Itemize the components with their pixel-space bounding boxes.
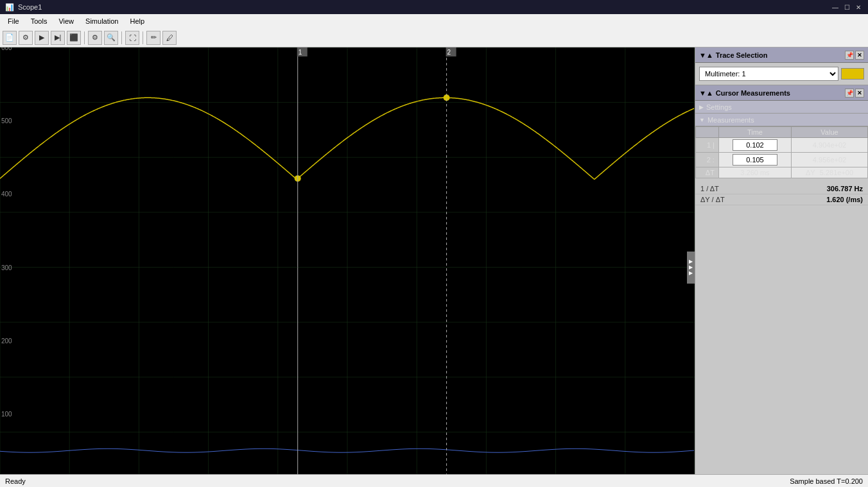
trace-color-swatch	[841, 68, 864, 80]
dy-dt-value: 1.620 (/ms)	[826, 196, 863, 203]
measurements-table: Time Value 1 | 4.904e+02 2 :	[695, 126, 868, 178]
trace-selection-section: ▼▲ Trace Selection 📌 ✕ Multimeter: 1	[695, 47, 868, 85]
menu-help[interactable]: Help	[125, 16, 150, 26]
main-area: 1 2 ▼▲ Trace Selection 📌 ✕	[0, 47, 868, 487]
col-value-header: Value	[792, 127, 868, 138]
toolbar-config-btn[interactable]: ⚙	[88, 31, 102, 45]
trace-dropdown-row: Multimeter: 1	[699, 67, 864, 81]
trace-dropdown[interactable]: Multimeter: 1	[699, 67, 838, 81]
inv-dt-label: 1 / ΔT	[700, 185, 719, 192]
cursor-1-label-cell: 1 |	[696, 138, 719, 153]
menu-simulation[interactable]: Simulation	[80, 16, 123, 26]
cursor-1-time-cell[interactable]	[718, 138, 791, 153]
cursor-measurements-title: Cursor Measurements	[716, 89, 790, 97]
titlebar: 📊 Scope1 — ☐ ✕	[0, 0, 868, 14]
trace-close-button[interactable]: ✕	[855, 51, 864, 60]
trace-selection-title: Trace Selection	[716, 51, 768, 59]
trace-selection-header-left: ▼▲ Trace Selection	[699, 51, 768, 59]
inv-dt-value: 306.787 Hz	[827, 185, 863, 192]
delta-t-label: ΔT	[696, 167, 719, 178]
maximize-button[interactable]: ☐	[842, 3, 851, 12]
menu-view[interactable]: View	[53, 16, 79, 26]
toolbar-pen-btn[interactable]: 🖊	[162, 31, 177, 45]
trace-selection-body: Multimeter: 1	[695, 63, 868, 85]
cursor-2-label-cell: 2 :	[696, 153, 719, 167]
statusbar: Ready Sample based T=0.200	[0, 474, 868, 487]
cursor-2-time-cell[interactable]	[718, 153, 791, 167]
col-time-header: Time	[718, 127, 791, 138]
delta-y-value: 5.281e+00	[820, 169, 853, 176]
delta-y-cell: ΔY 5.281e+00	[792, 167, 868, 178]
toolbar-zoom-btn[interactable]: 🔍	[104, 31, 118, 45]
collapse-arrow-up: ▶	[689, 259, 693, 264]
measurements-label: Measurements	[707, 116, 754, 124]
collapse-arrow-down2: ▶	[689, 271, 693, 276]
trace-selection-header: ▼▲ Trace Selection 📌 ✕	[695, 47, 868, 63]
spacer	[695, 178, 868, 184]
delta-y-label: ΔY	[806, 169, 815, 176]
cursor-header-buttons: 📌 ✕	[845, 89, 864, 98]
dy-dt-label: ΔY / ΔT	[700, 196, 725, 203]
toolbar-separator-2	[121, 31, 122, 44]
right-panel: ▼▲ Trace Selection 📌 ✕ Multimeter: 1	[695, 47, 868, 487]
cursor-2-time-input[interactable]	[733, 154, 777, 166]
toolbar-run-btn[interactable]: ⚙	[19, 31, 33, 45]
status-right: Sample based T=0.200	[790, 477, 863, 485]
cursor-1-value-cell: 4.904e+02	[792, 138, 868, 153]
toolbar-stop-btn[interactable]: ⬛	[67, 31, 81, 45]
delta-row: ΔT 3.260 ms ΔY 5.281e+00	[696, 167, 868, 178]
cursor-row-2: 2 : 4.956e+02	[696, 153, 868, 167]
titlebar-left: 📊 Scope1	[5, 3, 42, 12]
col-empty	[696, 127, 719, 138]
inv-dt-row: 1 / ΔT 306.787 Hz	[695, 184, 868, 194]
toolbar-separator-1	[84, 31, 85, 44]
trace-header-buttons: 📌 ✕	[845, 51, 864, 60]
toolbar-cursor-btn[interactable]: ✏	[146, 31, 161, 45]
scope-area[interactable]: 1 2	[0, 47, 695, 487]
settings-arrow-icon: ▶	[699, 104, 704, 110]
menubar: File Tools View Simulation Help	[0, 14, 868, 28]
settings-label: Settings	[706, 103, 732, 111]
toolbar-step-btn[interactable]: ▶|	[51, 31, 65, 45]
collapse-handle[interactable]: ▶ ▶ ▶	[687, 252, 695, 284]
cursor-1-time-input[interactable]	[733, 139, 777, 151]
toolbar-fit-btn[interactable]: ⛶	[125, 31, 139, 45]
cursor-close-button[interactable]: ✕	[855, 89, 864, 98]
toolbar-new-btn[interactable]: 📄	[3, 31, 17, 45]
cursor-2-value-cell: 4.956e+02	[792, 153, 868, 167]
delta-t-value: 3.260 ms	[718, 167, 791, 178]
cursor-measurements-header-left: ▼▲ Cursor Measurements	[699, 89, 790, 97]
cursor-measurements-header: ▼▲ Cursor Measurements 📌 ✕	[695, 85, 868, 101]
toolbar: 📄 ⚙ ▶ ▶| ⬛ ⚙ 🔍 ⛶ ✏ 🖊	[0, 28, 868, 47]
menu-file[interactable]: File	[3, 16, 24, 26]
scope-canvas	[0, 47, 695, 487]
minimize-button[interactable]: —	[831, 3, 840, 12]
cursor-row-1: 1 | 4.904e+02	[696, 138, 868, 153]
trace-pin-button[interactable]: 📌	[845, 51, 854, 60]
trace-pin-icon: ▼▲	[699, 51, 713, 59]
cursor-pin-button[interactable]: 📌	[845, 89, 854, 98]
status-left: Ready	[5, 477, 26, 485]
toolbar-separator-3	[143, 31, 143, 44]
close-button[interactable]: ✕	[854, 3, 863, 12]
dy-dt-row: ΔY / ΔT 1.620 (/ms)	[695, 194, 868, 205]
collapse-arrow-down: ▶	[689, 265, 693, 270]
app-title: Scope1	[18, 3, 42, 11]
app-icon: 📊	[5, 3, 14, 12]
cursor-pin-icon: ▼▲	[699, 89, 713, 97]
settings-subsection-header[interactable]: ▶ Settings	[695, 101, 868, 114]
toolbar-play-btn[interactable]: ▶	[35, 31, 49, 45]
measurements-subsection-header[interactable]: ▼ Measurements	[695, 114, 868, 126]
titlebar-controls: — ☐ ✕	[831, 3, 863, 12]
cursor-measurements-section: ▼▲ Cursor Measurements 📌 ✕ ▶ Settings ▼ …	[695, 85, 868, 477]
menu-tools[interactable]: Tools	[26, 16, 53, 26]
measurements-arrow-icon: ▼	[699, 117, 705, 123]
